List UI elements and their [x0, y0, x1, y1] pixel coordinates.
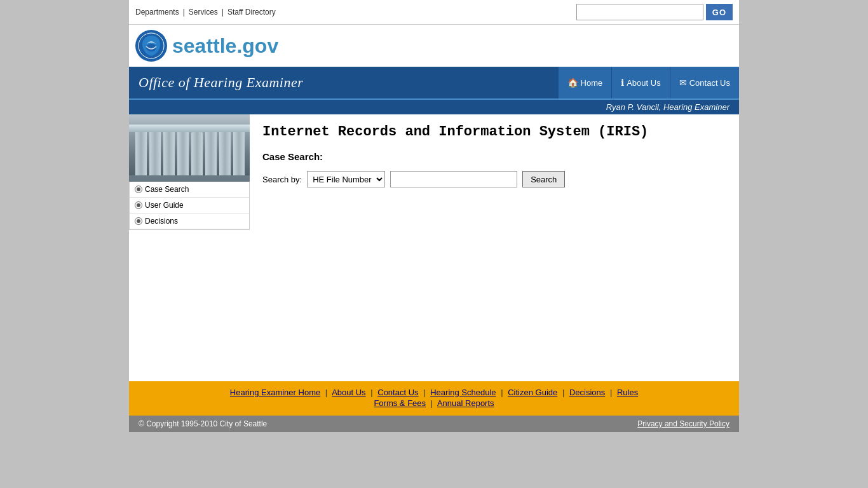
- search-bar: GO: [576, 4, 733, 20]
- footer-link-forms[interactable]: Forms & Fees: [374, 398, 426, 408]
- dept-nav-contact[interactable]: ✉ Contact Us: [670, 67, 739, 98]
- sidebar-item-decisions[interactable]: Decisions: [130, 214, 249, 229]
- footer-sep-4: |: [501, 388, 503, 397]
- sep-2: |: [222, 8, 224, 17]
- search-button[interactable]: Search: [522, 171, 565, 187]
- sidebar-item-user-guide[interactable]: User Guide: [130, 198, 249, 214]
- footer-link-about[interactable]: About Us: [332, 388, 365, 397]
- dept-nav-about[interactable]: ℹ About Us: [611, 67, 669, 98]
- logo-area: seattle.gov: [129, 25, 739, 67]
- footer-link-home[interactable]: Hearing Examiner Home: [230, 388, 320, 397]
- footer-sep-1: |: [325, 388, 327, 397]
- mail-icon: ✉: [679, 78, 687, 88]
- footer-row-2: Forms & Fees | Annual Reports: [135, 398, 733, 408]
- footer-link-annual[interactable]: Annual Reports: [437, 398, 494, 408]
- top-nav: Departments | Services | Staff Directory: [135, 8, 276, 17]
- dept-title: Office of Hearing Examiner: [129, 67, 313, 98]
- go-button[interactable]: GO: [706, 4, 733, 20]
- footer-sep-2: |: [370, 388, 372, 397]
- footer-sep-7: |: [431, 398, 433, 408]
- radio-icon-user-guide: [135, 201, 142, 209]
- sidebar-case-search-label: Case Search: [145, 185, 189, 194]
- footer-links: Hearing Examiner Home | About Us | Conta…: [129, 381, 739, 416]
- nav-departments[interactable]: Departments: [135, 8, 179, 17]
- sidebar: Case Search User Guide Decisions: [129, 114, 250, 381]
- search-form: Search by: HE File Number Appellant Date…: [262, 171, 726, 187]
- content-title: Internet Records and Information System …: [262, 124, 726, 140]
- top-bar: Departments | Services | Staff Directory…: [129, 0, 739, 25]
- footer-link-citizen[interactable]: Citizen Guide: [508, 388, 557, 397]
- footer-link-schedule[interactable]: Hearing Schedule: [430, 388, 496, 397]
- radio-icon-decisions: [135, 217, 142, 225]
- hearing-examiner-name: Ryan P. Vancil, Hearing Examiner: [606, 102, 729, 112]
- nav-services[interactable]: Services: [189, 8, 218, 17]
- sidebar-image: [129, 114, 250, 182]
- dept-nav-home-label: Home: [581, 78, 603, 88]
- case-search-heading: Case Search:: [262, 151, 726, 162]
- page-wrapper: Departments | Services | Staff Directory…: [129, 0, 739, 432]
- seattle-logo-icon: [135, 30, 167, 62]
- dept-nav: 🏠 Home ℹ About Us ✉ Contact Us: [558, 67, 739, 98]
- sidebar-user-guide-label: User Guide: [145, 201, 184, 210]
- sidebar-item-case-search[interactable]: Case Search: [130, 182, 249, 198]
- case-search-input[interactable]: [390, 171, 517, 187]
- search-by-label: Search by:: [262, 175, 302, 184]
- footer-link-contact[interactable]: Contact Us: [377, 388, 418, 397]
- footer-link-decisions[interactable]: Decisions: [569, 388, 605, 397]
- dept-nav-home[interactable]: 🏠 Home: [558, 67, 612, 98]
- columns-decorative-image: [129, 114, 250, 182]
- privacy-policy-link[interactable]: Privacy and Security Policy: [637, 419, 729, 428]
- info-icon: ℹ: [621, 78, 624, 88]
- footer-link-rules[interactable]: Rules: [617, 388, 638, 397]
- search-by-select[interactable]: HE File Number Appellant Date: [307, 171, 385, 187]
- home-icon: 🏠: [567, 78, 578, 88]
- footer-bottom: © Copyright 1995-2010 City of Seattle Pr…: [129, 416, 739, 432]
- footer-row-1: Hearing Examiner Home | About Us | Conta…: [135, 388, 733, 397]
- sub-banner: Ryan P. Vancil, Hearing Examiner: [129, 98, 739, 114]
- main-area: Case Search User Guide Decisions Interne…: [129, 114, 739, 381]
- footer-sep-6: |: [610, 388, 612, 397]
- sep-1: |: [183, 8, 185, 17]
- radio-icon-case-search: [135, 186, 142, 193]
- sidebar-menu: Case Search User Guide Decisions: [129, 182, 250, 230]
- dept-nav-about-label: About Us: [627, 78, 660, 88]
- content-area: Internet Records and Information System …: [250, 114, 739, 381]
- site-title: seattle.gov: [172, 34, 278, 58]
- copyright-text: © Copyright 1995-2010 City of Seattle: [139, 419, 267, 428]
- dept-nav-contact-label: Contact Us: [689, 78, 730, 88]
- sidebar-decisions-label: Decisions: [145, 217, 178, 226]
- footer-sep-3: |: [423, 388, 425, 397]
- nav-staff-directory[interactable]: Staff Directory: [227, 8, 276, 17]
- global-search-input[interactable]: [576, 4, 703, 20]
- dept-banner: Office of Hearing Examiner 🏠 Home ℹ Abou…: [129, 67, 739, 98]
- footer-sep-5: |: [562, 388, 564, 397]
